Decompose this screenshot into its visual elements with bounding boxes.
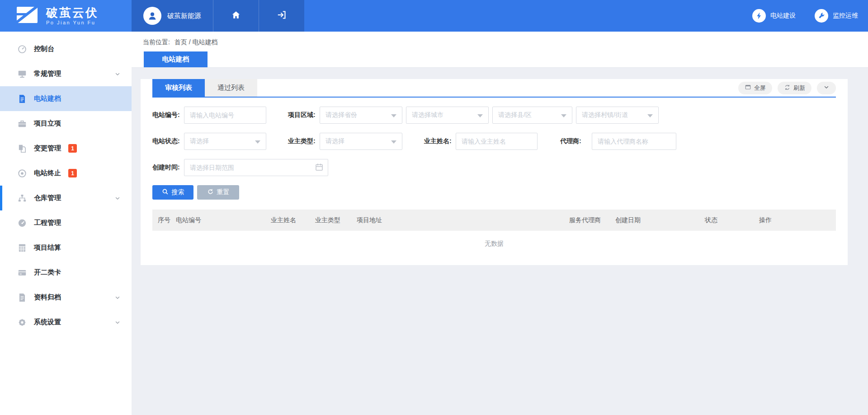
caret-down-icon: [255, 140, 260, 144]
refresh-icon: [784, 84, 791, 92]
breadcrumb-path[interactable]: 首页 / 电站建档: [175, 38, 218, 46]
chevron-down-icon: [114, 71, 121, 77]
page-tab-station-filing[interactable]: 电站建档: [144, 51, 208, 67]
sidebar-item-station-filing[interactable]: 电站建档: [0, 86, 132, 111]
col-owner-type: 业主类型: [315, 216, 357, 224]
panel-head: 审核列表 通过列表 全屏: [152, 79, 836, 98]
logout-button[interactable]: [259, 0, 304, 32]
province-select[interactable]: 请选择省份: [320, 107, 402, 124]
col-create-date: 创建日期: [615, 216, 705, 224]
station-status-select[interactable]: 请选择: [184, 133, 266, 150]
lightning-icon: [752, 9, 766, 23]
col-project-address: 项目地址: [357, 216, 569, 224]
caret-down-icon: [391, 114, 396, 117]
sidebar: 控制台 常规管理 电站建档: [0, 32, 132, 415]
briefcase-icon: [17, 119, 27, 129]
col-service-agent: 服务代理商: [569, 216, 615, 224]
owner-name-label: 业主姓名:: [424, 137, 456, 145]
quick-link-label: 监控运维: [833, 12, 858, 20]
sidebar-item-general-mgmt[interactable]: 常规管理: [0, 61, 132, 86]
content: 审核列表 通过列表 全屏: [132, 67, 868, 265]
target-icon: [17, 168, 27, 178]
calendar-icon: [315, 163, 324, 173]
city-select[interactable]: 请选择城市: [406, 107, 489, 124]
date-range-picker[interactable]: [184, 159, 328, 176]
user-menu[interactable]: 破茧新能源: [132, 0, 213, 32]
breadcrumb-bar: 当前位置: 首页 / 电站建档 电站建档: [132, 32, 868, 67]
owner-type-label: 业主类型:: [288, 137, 320, 145]
date-range-input[interactable]: [184, 159, 328, 176]
col-status: 状态: [705, 216, 759, 224]
sidebar-item-data-archive[interactable]: 资料归档: [0, 285, 132, 310]
owner-type-select[interactable]: 请选择: [320, 133, 402, 150]
fullscreen-label: 全屏: [754, 84, 766, 92]
calculator-icon: [17, 243, 27, 253]
fullscreen-button[interactable]: 全屏: [738, 82, 772, 94]
wrench-icon: [815, 9, 828, 23]
region-label: 项目区域:: [288, 111, 320, 119]
chevron-down-icon: [114, 319, 121, 326]
home-icon: [231, 10, 241, 22]
sidebar-item-project-settlement[interactable]: 项目结算: [0, 235, 132, 260]
action-row: 搜索 重置: [152, 185, 836, 200]
home-button[interactable]: [213, 0, 259, 32]
owner-name-input[interactable]: [456, 133, 538, 150]
login-arrow-icon: [277, 10, 287, 22]
breadcrumb: 当前位置: 首页 / 电站建档: [143, 38, 217, 47]
panel-bottom-padding: [141, 257, 848, 265]
sidebar-item-system-settings[interactable]: 系统设置: [0, 310, 132, 335]
col-station-code: 电站编号: [176, 216, 271, 224]
search-button[interactable]: 搜索: [152, 185, 193, 200]
gauge-icon: [17, 44, 27, 54]
chevron-down-icon: [114, 195, 121, 201]
sidebar-item-console[interactable]: 控制台: [0, 37, 132, 61]
station-code-label: 电站编号:: [152, 111, 184, 119]
quick-link-station-build[interactable]: 电站建设: [752, 9, 796, 23]
solar-logo-icon: [16, 5, 39, 26]
search-label: 搜索: [172, 188, 184, 196]
col-seq: 序号: [158, 216, 176, 224]
sidebar-item-project-initiation[interactable]: 项目立项: [0, 111, 132, 136]
header-quick-links: 电站建设 监控运维: [752, 0, 868, 32]
quick-link-label: 电站建设: [770, 12, 796, 20]
fullscreen-icon: [745, 84, 751, 92]
reset-label: 重置: [217, 188, 230, 196]
refresh-button[interactable]: 刷新: [778, 82, 811, 94]
caret-down-icon: [391, 140, 396, 144]
county-select[interactable]: 请选择县/区: [492, 107, 572, 124]
collapse-button[interactable]: [817, 82, 836, 94]
caret-down-icon: [647, 114, 653, 117]
reset-button[interactable]: 重置: [197, 185, 239, 200]
tab-review-list[interactable]: 审核列表: [152, 79, 205, 97]
caret-down-icon: [561, 114, 566, 117]
table-header: 序号 电站编号 业主姓名 业主类型 项目地址 服务代理商 创建日期 状态 操作: [152, 210, 836, 231]
pages-icon: [17, 144, 27, 154]
sidebar-item-engineering-mgmt[interactable]: 工程管理: [0, 210, 132, 235]
station-code-input[interactable]: [184, 107, 266, 124]
create-time-label: 创建时间:: [152, 163, 184, 172]
app-title: 破茧云伏: [46, 6, 99, 19]
app-subtitle: Po Jian Yun Fu: [46, 20, 99, 25]
avatar-icon: [143, 7, 161, 25]
town-select[interactable]: 请选择村镇/街道: [576, 107, 659, 124]
filter-row-3: 创建时间:: [152, 159, 836, 176]
filter-row-1: 电站编号: 项目区域: 请选择省份 请选择城市 请选择县/区: [152, 107, 836, 124]
card-icon: [17, 268, 27, 278]
chevron-down-icon: [823, 84, 830, 92]
badge-count: 1: [68, 144, 77, 153]
brand-logo: 破茧云伏 Po Jian Yun Fu: [0, 0, 132, 32]
main-area: 当前位置: 首页 / 电站建档 电站建档 审核列表 通过列表: [132, 32, 868, 415]
gear-icon: [17, 317, 27, 327]
tab-passed-list[interactable]: 通过列表: [205, 79, 257, 97]
sidebar-item-station-termination[interactable]: 电站终止 1: [0, 161, 132, 186]
sidebar-item-class2-card[interactable]: 开二类卡: [0, 260, 132, 285]
badge-count: 1: [68, 169, 77, 177]
sidebar-item-warehouse-mgmt[interactable]: 仓库管理: [0, 186, 132, 210]
sidebar-item-change-mgmt[interactable]: 变更管理 1: [0, 136, 132, 161]
reset-icon: [207, 188, 214, 196]
agent-input[interactable]: [592, 133, 676, 150]
file-icon: [17, 293, 27, 303]
col-owner-name: 业主姓名: [271, 216, 315, 224]
app-header: 破茧云伏 Po Jian Yun Fu 破茧新能源: [0, 0, 868, 32]
quick-link-monitor-ops[interactable]: 监控运维: [815, 9, 858, 23]
